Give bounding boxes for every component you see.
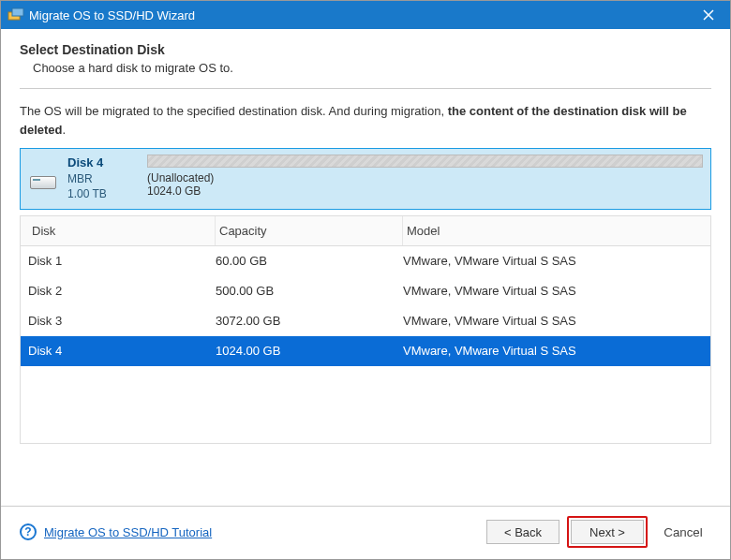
table-row[interactable]: Disk 2500.00 GBVMware, VMware Virtual S … xyxy=(21,276,710,306)
cell-capacity: 3072.00 GB xyxy=(216,314,403,328)
table-row[interactable]: Disk 33072.00 GBVMware, VMware Virtual S… xyxy=(21,306,710,336)
content-area: Select Destination Disk Choose a hard di… xyxy=(1,29,730,444)
selected-disk-name: Disk 4 xyxy=(67,155,138,171)
col-capacity: Capacity xyxy=(216,216,403,245)
selected-disk-panel: Disk 4 MBR 1.00 TB (Unallocated) 1024.0 … xyxy=(20,148,711,210)
cell-model: VMware, VMware Virtual S SAS xyxy=(403,284,710,298)
disk-icon xyxy=(30,176,56,189)
cell-capacity: 500.00 GB xyxy=(216,284,403,298)
selected-disk-scheme: MBR xyxy=(67,171,138,186)
help-icon: ? xyxy=(20,523,37,540)
page-heading: Select Destination Disk xyxy=(20,42,711,57)
selected-disk-size: 1.00 TB xyxy=(67,186,138,201)
segment-label: (Unallocated) xyxy=(147,171,214,184)
disk-icon-wrap xyxy=(28,155,58,201)
table-body: Disk 160.00 GBVMware, VMware Virtual S S… xyxy=(21,246,710,443)
page-subheading: Choose a hard disk to migrate OS to. xyxy=(33,61,711,75)
cell-disk: Disk 4 xyxy=(28,344,216,358)
disk-table: Disk Capacity Model Disk 160.00 GBVMware… xyxy=(20,215,711,444)
table-header: Disk Capacity Model xyxy=(21,216,710,246)
titlebar: Migrate OS to SSD/HD Wizard xyxy=(1,1,730,29)
warning-pre: The OS will be migrated to the specified… xyxy=(20,104,448,118)
cell-model: VMware, VMware Virtual S SAS xyxy=(403,314,710,328)
close-button[interactable] xyxy=(687,1,730,29)
next-highlight: Next > xyxy=(567,516,648,548)
app-icon xyxy=(7,6,25,24)
next-button[interactable]: Next > xyxy=(571,520,644,544)
footer: ? Migrate OS to SSD/HD Tutorial < Back N… xyxy=(1,506,730,559)
cancel-button[interactable]: Cancel xyxy=(655,525,711,539)
table-row[interactable]: Disk 160.00 GBVMware, VMware Virtual S S… xyxy=(21,246,710,276)
disk-segment-labels: (Unallocated) 1024.0 GB xyxy=(147,171,703,198)
window-title: Migrate OS to SSD/HD Wizard xyxy=(29,8,195,22)
cell-model: VMware, VMware Virtual S SAS xyxy=(403,254,710,268)
cell-disk: Disk 3 xyxy=(28,314,216,328)
back-button[interactable]: < Back xyxy=(486,520,559,544)
cell-capacity: 60.00 GB xyxy=(216,254,403,268)
segment-size: 1024.0 GB xyxy=(147,184,201,198)
svg-rect-1 xyxy=(12,8,23,16)
cell-capacity: 1024.00 GB xyxy=(216,344,403,358)
selected-disk-info: Disk 4 MBR 1.00 TB xyxy=(67,155,138,201)
col-disk: Disk xyxy=(28,216,216,245)
divider xyxy=(20,88,711,89)
warning-text: The OS will be migrated to the specified… xyxy=(20,102,711,139)
warning-post: . xyxy=(63,123,67,137)
cell-model: VMware, VMware Virtual S SAS xyxy=(403,344,710,358)
help-link[interactable]: Migrate OS to SSD/HD Tutorial xyxy=(44,525,212,539)
button-bar: < Back Next > Cancel xyxy=(486,516,711,548)
table-row[interactable]: Disk 41024.00 GBVMware, VMware Virtual S… xyxy=(21,336,710,366)
disk-bar-unallocated xyxy=(147,155,703,168)
col-model: Model xyxy=(403,216,710,245)
disk-layout: (Unallocated) 1024.0 GB xyxy=(147,155,703,201)
cell-disk: Disk 2 xyxy=(28,284,216,298)
cell-disk: Disk 1 xyxy=(28,254,216,268)
